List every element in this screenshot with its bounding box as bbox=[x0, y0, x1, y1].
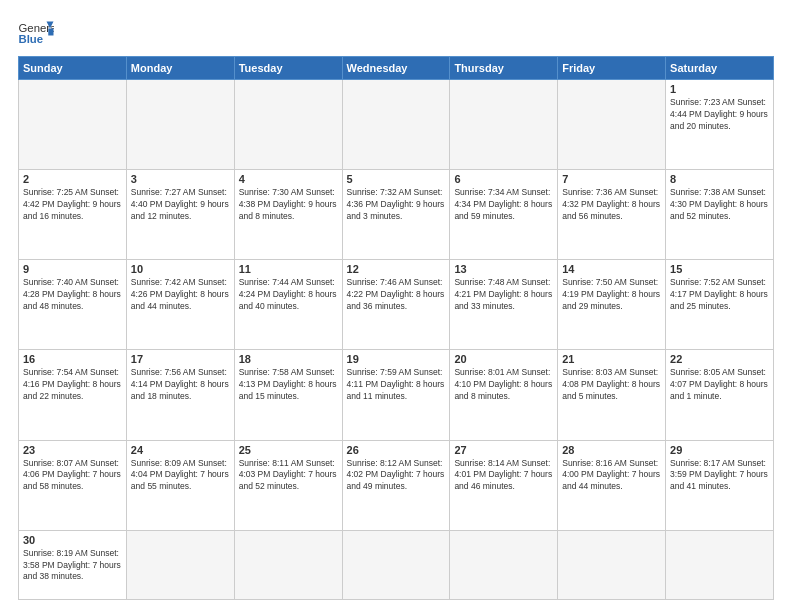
page: General Blue SundayMondayTuesdayWednesda… bbox=[0, 0, 792, 612]
day-info: Sunrise: 7:52 AM Sunset: 4:17 PM Dayligh… bbox=[670, 277, 769, 313]
day-number: 7 bbox=[562, 173, 661, 185]
day-info: Sunrise: 7:36 AM Sunset: 4:32 PM Dayligh… bbox=[562, 187, 661, 223]
day-number: 6 bbox=[454, 173, 553, 185]
calendar-cell: 10Sunrise: 7:42 AM Sunset: 4:26 PM Dayli… bbox=[126, 260, 234, 350]
day-number: 9 bbox=[23, 263, 122, 275]
calendar-cell: 20Sunrise: 8:01 AM Sunset: 4:10 PM Dayli… bbox=[450, 350, 558, 440]
day-info: Sunrise: 7:32 AM Sunset: 4:36 PM Dayligh… bbox=[347, 187, 446, 223]
weekday-header-wednesday: Wednesday bbox=[342, 57, 450, 80]
day-info: Sunrise: 8:01 AM Sunset: 4:10 PM Dayligh… bbox=[454, 367, 553, 403]
calendar-cell bbox=[450, 530, 558, 599]
day-number: 24 bbox=[131, 444, 230, 456]
day-info: Sunrise: 7:59 AM Sunset: 4:11 PM Dayligh… bbox=[347, 367, 446, 403]
day-info: Sunrise: 8:19 AM Sunset: 3:58 PM Dayligh… bbox=[23, 548, 122, 584]
day-number: 19 bbox=[347, 353, 446, 365]
day-info: Sunrise: 7:44 AM Sunset: 4:24 PM Dayligh… bbox=[239, 277, 338, 313]
day-number: 3 bbox=[131, 173, 230, 185]
day-info: Sunrise: 7:25 AM Sunset: 4:42 PM Dayligh… bbox=[23, 187, 122, 223]
weekday-header-sunday: Sunday bbox=[19, 57, 127, 80]
day-info: Sunrise: 8:05 AM Sunset: 4:07 PM Dayligh… bbox=[670, 367, 769, 403]
day-number: 28 bbox=[562, 444, 661, 456]
day-number: 20 bbox=[454, 353, 553, 365]
day-info: Sunrise: 7:38 AM Sunset: 4:30 PM Dayligh… bbox=[670, 187, 769, 223]
day-info: Sunrise: 8:14 AM Sunset: 4:01 PM Dayligh… bbox=[454, 458, 553, 494]
logo-icon: General Blue bbox=[18, 18, 54, 46]
weekday-header-thursday: Thursday bbox=[450, 57, 558, 80]
day-info: Sunrise: 7:42 AM Sunset: 4:26 PM Dayligh… bbox=[131, 277, 230, 313]
calendar-cell: 8Sunrise: 7:38 AM Sunset: 4:30 PM Daylig… bbox=[666, 170, 774, 260]
calendar-cell: 17Sunrise: 7:56 AM Sunset: 4:14 PM Dayli… bbox=[126, 350, 234, 440]
day-number: 4 bbox=[239, 173, 338, 185]
weekday-header-saturday: Saturday bbox=[666, 57, 774, 80]
weekday-header-tuesday: Tuesday bbox=[234, 57, 342, 80]
calendar-cell: 1Sunrise: 7:23 AM Sunset: 4:44 PM Daylig… bbox=[666, 80, 774, 170]
day-number: 1 bbox=[670, 83, 769, 95]
day-number: 15 bbox=[670, 263, 769, 275]
calendar-cell bbox=[666, 530, 774, 599]
day-info: Sunrise: 8:07 AM Sunset: 4:06 PM Dayligh… bbox=[23, 458, 122, 494]
day-info: Sunrise: 7:48 AM Sunset: 4:21 PM Dayligh… bbox=[454, 277, 553, 313]
weekday-header-monday: Monday bbox=[126, 57, 234, 80]
calendar-cell: 13Sunrise: 7:48 AM Sunset: 4:21 PM Dayli… bbox=[450, 260, 558, 350]
calendar-cell: 24Sunrise: 8:09 AM Sunset: 4:04 PM Dayli… bbox=[126, 440, 234, 530]
day-info: Sunrise: 7:40 AM Sunset: 4:28 PM Dayligh… bbox=[23, 277, 122, 313]
day-info: Sunrise: 8:11 AM Sunset: 4:03 PM Dayligh… bbox=[239, 458, 338, 494]
calendar-cell: 21Sunrise: 8:03 AM Sunset: 4:08 PM Dayli… bbox=[558, 350, 666, 440]
calendar-cell: 18Sunrise: 7:58 AM Sunset: 4:13 PM Dayli… bbox=[234, 350, 342, 440]
day-number: 26 bbox=[347, 444, 446, 456]
day-info: Sunrise: 7:23 AM Sunset: 4:44 PM Dayligh… bbox=[670, 97, 769, 133]
calendar-cell: 7Sunrise: 7:36 AM Sunset: 4:32 PM Daylig… bbox=[558, 170, 666, 260]
calendar-cell: 29Sunrise: 8:17 AM Sunset: 3:59 PM Dayli… bbox=[666, 440, 774, 530]
calendar-cell bbox=[234, 530, 342, 599]
day-number: 2 bbox=[23, 173, 122, 185]
day-number: 29 bbox=[670, 444, 769, 456]
calendar-cell bbox=[234, 80, 342, 170]
day-info: Sunrise: 7:46 AM Sunset: 4:22 PM Dayligh… bbox=[347, 277, 446, 313]
day-number: 30 bbox=[23, 534, 122, 546]
day-number: 14 bbox=[562, 263, 661, 275]
header: General Blue bbox=[18, 18, 774, 46]
calendar-cell: 25Sunrise: 8:11 AM Sunset: 4:03 PM Dayli… bbox=[234, 440, 342, 530]
calendar-cell bbox=[558, 80, 666, 170]
calendar-cell bbox=[126, 80, 234, 170]
day-number: 17 bbox=[131, 353, 230, 365]
day-info: Sunrise: 7:50 AM Sunset: 4:19 PM Dayligh… bbox=[562, 277, 661, 313]
svg-text:Blue: Blue bbox=[19, 33, 44, 45]
calendar-cell: 27Sunrise: 8:14 AM Sunset: 4:01 PM Dayli… bbox=[450, 440, 558, 530]
calendar-cell bbox=[558, 530, 666, 599]
day-number: 12 bbox=[347, 263, 446, 275]
day-info: Sunrise: 8:09 AM Sunset: 4:04 PM Dayligh… bbox=[131, 458, 230, 494]
day-number: 10 bbox=[131, 263, 230, 275]
calendar-cell: 2Sunrise: 7:25 AM Sunset: 4:42 PM Daylig… bbox=[19, 170, 127, 260]
day-number: 11 bbox=[239, 263, 338, 275]
day-info: Sunrise: 8:03 AM Sunset: 4:08 PM Dayligh… bbox=[562, 367, 661, 403]
calendar-cell bbox=[126, 530, 234, 599]
day-number: 22 bbox=[670, 353, 769, 365]
calendar-cell: 9Sunrise: 7:40 AM Sunset: 4:28 PM Daylig… bbox=[19, 260, 127, 350]
day-number: 25 bbox=[239, 444, 338, 456]
calendar-cell bbox=[342, 530, 450, 599]
day-info: Sunrise: 8:12 AM Sunset: 4:02 PM Dayligh… bbox=[347, 458, 446, 494]
calendar-cell bbox=[19, 80, 127, 170]
day-number: 18 bbox=[239, 353, 338, 365]
calendar-cell: 23Sunrise: 8:07 AM Sunset: 4:06 PM Dayli… bbox=[19, 440, 127, 530]
calendar-cell: 19Sunrise: 7:59 AM Sunset: 4:11 PM Dayli… bbox=[342, 350, 450, 440]
weekday-header-friday: Friday bbox=[558, 57, 666, 80]
day-number: 13 bbox=[454, 263, 553, 275]
day-info: Sunrise: 8:16 AM Sunset: 4:00 PM Dayligh… bbox=[562, 458, 661, 494]
calendar-cell: 5Sunrise: 7:32 AM Sunset: 4:36 PM Daylig… bbox=[342, 170, 450, 260]
calendar-cell: 14Sunrise: 7:50 AM Sunset: 4:19 PM Dayli… bbox=[558, 260, 666, 350]
day-number: 8 bbox=[670, 173, 769, 185]
logo: General Blue bbox=[18, 18, 54, 46]
calendar-cell: 12Sunrise: 7:46 AM Sunset: 4:22 PM Dayli… bbox=[342, 260, 450, 350]
calendar-cell: 6Sunrise: 7:34 AM Sunset: 4:34 PM Daylig… bbox=[450, 170, 558, 260]
day-number: 27 bbox=[454, 444, 553, 456]
svg-marker-3 bbox=[48, 29, 53, 36]
day-number: 5 bbox=[347, 173, 446, 185]
day-info: Sunrise: 7:27 AM Sunset: 4:40 PM Dayligh… bbox=[131, 187, 230, 223]
day-number: 16 bbox=[23, 353, 122, 365]
calendar-cell bbox=[450, 80, 558, 170]
day-info: Sunrise: 7:30 AM Sunset: 4:38 PM Dayligh… bbox=[239, 187, 338, 223]
calendar-cell bbox=[342, 80, 450, 170]
calendar-cell: 3Sunrise: 7:27 AM Sunset: 4:40 PM Daylig… bbox=[126, 170, 234, 260]
